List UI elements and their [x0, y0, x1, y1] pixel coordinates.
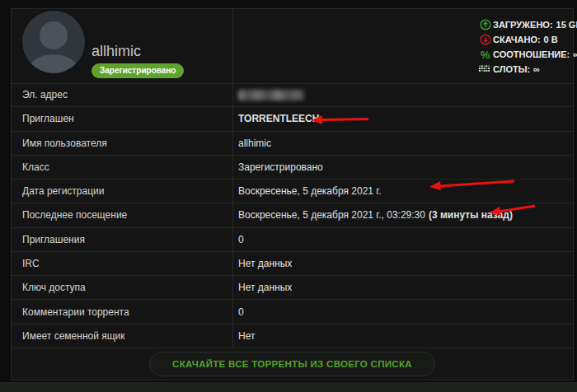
- table-row-torrent-comments: Комментарии торрента 0: [12, 300, 573, 324]
- row-label: Имя пользователя: [12, 132, 232, 155]
- avatar-shoulders-shape: [28, 54, 79, 73]
- button-area: СКАЧАЙТЕ ВСЕ ТОРРЕНТЫ ИЗ СВОЕГО СПИСКА: [12, 348, 573, 380]
- row-label: Имеет семенной ящик: [12, 324, 232, 348]
- table-row-last-visit: Последнее посещение Воскресенье, 5 декаб…: [12, 203, 573, 227]
- profile-panel: allhimic Зарегистрировано ЗАГРУЖЕНО: 15 …: [11, 8, 574, 380]
- avatar-head-shape: [40, 21, 68, 49]
- row-value: allhimic: [232, 132, 573, 155]
- row-value: Воскресенье, 5 декабря 2021 г.: [232, 180, 573, 203]
- stat-label: ЗАГРУЖЕНО:: [493, 20, 553, 30]
- page: { "profile": { "username": "allhimic", "…: [0, 0, 577, 392]
- table-row-invites: Приглашения 0: [12, 228, 573, 252]
- row-value: TORRENTLEECH: [232, 107, 573, 130]
- row-label: IRC: [12, 252, 232, 275]
- user-class-badge: Зарегистрировано: [91, 63, 184, 78]
- stat-label: СКАЧАНО:: [493, 35, 541, 44]
- stat-value: 15 GB: [556, 20, 577, 30]
- profile-table: Эл. адрес Приглашен TORRENTLEECH Имя пол…: [12, 83, 573, 348]
- stat-label: СЛОТЫ:: [493, 64, 530, 74]
- slots-grid-icon: [479, 63, 491, 75]
- upload-circle-icon: [479, 19, 491, 30]
- row-value: Нет данных: [232, 276, 573, 299]
- table-row-seedbox: Имеет семенной ящик Нет: [12, 324, 573, 348]
- row-label: Приглашен: [12, 107, 232, 130]
- row-value: 0: [232, 300, 573, 323]
- table-row-invited-by: Приглашен TORRENTLEECH: [12, 107, 573, 131]
- row-label: Эл. адрес: [12, 83, 232, 106]
- username: allhimic: [91, 43, 141, 60]
- ratio-stat: % СООТНОШЕНИЕ: ∞: [479, 47, 577, 62]
- table-row-class: Класс Зарегистрировано: [12, 156, 573, 180]
- row-label: Последнее посещение: [12, 203, 232, 226]
- last-visit-relative-time: (3 минуты назад): [429, 209, 513, 221]
- redacted-email-blur: [238, 90, 304, 100]
- download-circle-icon: [479, 34, 491, 45]
- slots-stat: СЛОТЫ: ∞: [479, 62, 577, 77]
- uploaded-stat: ЗАГРУЖЕНО: 15 GB: [479, 17, 577, 32]
- avatar: [22, 11, 85, 73]
- table-row-registration-date: Дата регистрации Воскресенье, 5 декабря …: [12, 180, 573, 203]
- downloaded-stat: СКАЧАНО: 0 В: [479, 32, 577, 47]
- row-value: Нет данных: [232, 252, 573, 275]
- table-row-username: Имя пользователя allhimic: [12, 132, 573, 156]
- stat-value: ∞: [533, 64, 540, 74]
- download-all-torrents-button[interactable]: СКАЧАЙТЕ ВСЕ ТОРРЕНТЫ ИЗ СВОЕГО СПИСКА: [149, 352, 435, 376]
- row-value: Воскресенье, 5 декабря 2021 г., 03:29:30…: [232, 203, 573, 226]
- table-row-access-key: Ключ доступа Нет данных: [12, 276, 573, 300]
- table-row-email: Эл. адрес: [12, 83, 573, 107]
- stats-block: ЗАГРУЖЕНО: 15 GB СКАЧАНО: 0 В % СООТНОШЕ…: [479, 17, 577, 77]
- row-label: Приглашения: [12, 228, 232, 251]
- row-label: Комментарии торрента: [12, 300, 232, 323]
- row-value: Зарегистрировано: [232, 156, 573, 179]
- stat-value: ∞: [573, 49, 577, 59]
- footer-strip: [0, 382, 577, 392]
- row-label: Ключ доступа: [12, 276, 232, 299]
- percent-icon: %: [479, 49, 491, 60]
- row-label: Дата регистрации: [12, 180, 232, 203]
- profile-header: allhimic Зарегистрировано ЗАГРУЖЕНО: 15 …: [12, 9, 573, 84]
- row-value: [232, 83, 573, 106]
- row-value: Нет: [232, 324, 573, 348]
- stat-label: СООТНОШЕНИЕ:: [493, 49, 570, 59]
- row-value: 0: [232, 228, 573, 251]
- stat-value: 0 В: [544, 35, 558, 44]
- table-row-irc: IRC Нет данных: [12, 252, 573, 276]
- row-label: Класс: [12, 156, 232, 179]
